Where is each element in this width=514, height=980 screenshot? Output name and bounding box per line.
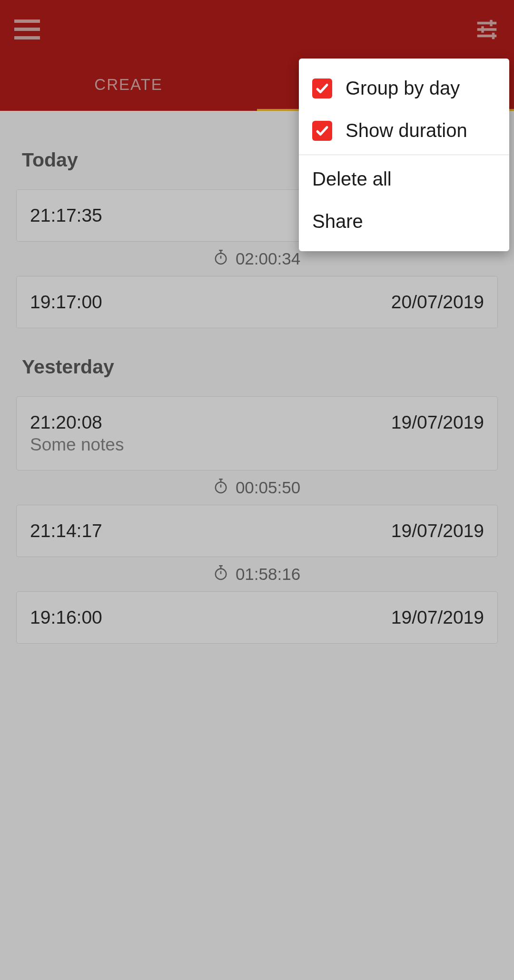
popup-share[interactable]: Share xyxy=(299,200,509,243)
popup-label: Share xyxy=(312,211,363,232)
popup-label: Show duration xyxy=(346,120,467,141)
popup-label: Group by day xyxy=(346,78,460,99)
checkbox-checked-icon xyxy=(312,78,332,98)
popup-divider xyxy=(299,155,509,155)
popup-group-by-day[interactable]: Group by day xyxy=(299,67,509,109)
popup-delete-all[interactable]: Delete all xyxy=(299,158,509,200)
popup-label: Delete all xyxy=(312,168,392,190)
checkbox-checked-icon xyxy=(312,121,332,141)
popup-show-duration[interactable]: Show duration xyxy=(299,109,509,152)
options-popup: Group by day Show duration Delete all Sh… xyxy=(299,59,509,251)
